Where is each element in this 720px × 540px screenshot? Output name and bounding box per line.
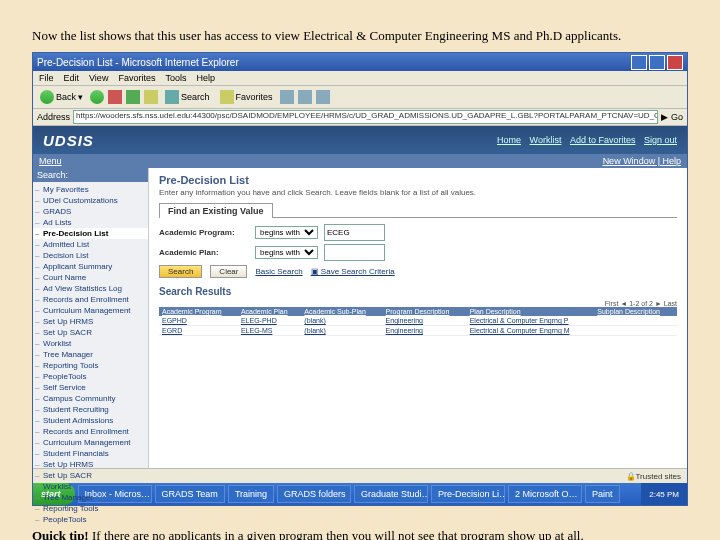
sidebar-item[interactable]: Records and Enrollment [33, 426, 148, 437]
sidebar-item[interactable]: Campus Community [33, 393, 148, 404]
col-header[interactable]: Program Description [383, 307, 467, 316]
sidebar-item[interactable]: Reporting Tools [33, 360, 148, 371]
sidebar-item[interactable]: Self Service [33, 382, 148, 393]
history-icon[interactable] [280, 90, 294, 104]
col-header[interactable]: Plan Description [467, 307, 595, 316]
menu-label: Menu [39, 156, 62, 166]
link-worklist[interactable]: Worklist [530, 135, 562, 145]
results-pager[interactable]: First ◄ 1-2 of 2 ► Last [159, 300, 677, 307]
link-add-favorites[interactable]: Add to Favorites [570, 135, 636, 145]
refresh-icon[interactable] [126, 90, 140, 104]
titlebar: Pre-Decision List - Microsoft Internet E… [33, 53, 687, 71]
go-button[interactable]: ▶ Go [661, 112, 683, 122]
sidebar-item[interactable]: Court Name [33, 272, 148, 283]
link-home[interactable]: Home [497, 135, 521, 145]
sidebar-item[interactable]: PeopleTools [33, 514, 148, 525]
page-title: Pre-Decision List [159, 174, 677, 186]
input-acad-plan[interactable] [324, 244, 385, 261]
link-signout[interactable]: Sign out [644, 135, 677, 145]
link-help[interactable]: Help [662, 156, 681, 166]
address-bar: Address https://wooders.sfs.nss.udel.edu… [33, 109, 687, 126]
sidebar-item[interactable]: PeopleTools [33, 371, 148, 382]
col-header[interactable]: Academic Plan [238, 307, 301, 316]
col-header[interactable]: Subplan Description [594, 307, 677, 316]
link-newwindow[interactable]: New Window [603, 156, 656, 166]
sidebar-item[interactable]: Admitted List [33, 239, 148, 250]
op-acad-program[interactable]: begins with [255, 226, 318, 239]
sidebar-item[interactable]: Ad View Statistics Log [33, 283, 148, 294]
minimize-button[interactable] [631, 55, 647, 70]
table-row[interactable]: EGRDELEG-MS(blank)EngineeringElectrical … [159, 326, 677, 336]
menu-view[interactable]: View [89, 73, 108, 83]
topbar: Menu New Window | Help [33, 154, 687, 168]
taskbar-item[interactable]: 2 Microsoft O… [508, 485, 582, 503]
taskbar-item[interactable]: Pre-Decision Li… [431, 485, 505, 503]
menu-file[interactable]: File [39, 73, 54, 83]
browser-window: Pre-Decision List - Microsoft Internet E… [32, 52, 688, 506]
sidebar-item[interactable]: Curriculum Management [33, 437, 148, 448]
link-basic-search[interactable]: Basic Search [255, 267, 302, 276]
sidebar-item[interactable]: Student Financials [33, 448, 148, 459]
sidebar-item[interactable]: Worklist [33, 338, 148, 349]
sidebar-item[interactable]: Set Up HRMS [33, 316, 148, 327]
taskbar-item[interactable]: Training [228, 485, 274, 503]
sidebar-item[interactable]: UDel Customizations [33, 195, 148, 206]
sidebar-item[interactable]: Worklist [33, 481, 148, 492]
address-label: Address [37, 112, 70, 122]
caption-top: Now the list shows that this user has ac… [32, 28, 688, 44]
sidebar-item[interactable]: Tree Manager [33, 492, 148, 503]
stop-icon[interactable] [108, 90, 122, 104]
taskbar-item[interactable]: Graduate Studi… [354, 485, 428, 503]
sidebar-item[interactable]: Reporting Tools [33, 503, 148, 514]
sidebar-item[interactable]: Curriculum Management [33, 305, 148, 316]
sidebar-item[interactable]: Student Admissions [33, 415, 148, 426]
col-header[interactable]: Academic Program [159, 307, 238, 316]
sidebar-item[interactable]: Set Up HRMS [33, 459, 148, 470]
link-save-criteria[interactable]: ▣ Save Search Criteria [311, 267, 395, 276]
tab-find[interactable]: Find an Existing Value [159, 203, 273, 218]
home-icon[interactable] [144, 90, 158, 104]
sidebar-item[interactable]: Pre-Decision List [33, 228, 148, 239]
menu-help[interactable]: Help [196, 73, 215, 83]
favorites-button[interactable]: Favorites [217, 89, 276, 105]
col-header[interactable]: Academic Sub-Plan [301, 307, 382, 316]
address-input[interactable]: https://wooders.sfs.nss.udel.edu:44300/p… [73, 110, 658, 124]
sidebar-item[interactable]: Tree Manager [33, 349, 148, 360]
close-button[interactable] [667, 55, 683, 70]
forward-button[interactable] [90, 90, 104, 104]
content: Pre-Decision List Enter any information … [149, 168, 687, 468]
taskbar-item[interactable]: GRADS folders [277, 485, 351, 503]
menu-favorites[interactable]: Favorites [118, 73, 155, 83]
table-row[interactable]: EGPHDELEG-PHD(blank)EngineeringElectrica… [159, 316, 677, 326]
taskbar-item[interactable]: GRADS Team [155, 485, 225, 503]
menu-tools[interactable]: Tools [165, 73, 186, 83]
sidebar-item[interactable]: Set Up SACR [33, 470, 148, 481]
sidebar-item[interactable]: GRADS [33, 206, 148, 217]
sidebar-item[interactable]: Set Up SACR [33, 327, 148, 338]
star-icon [220, 90, 234, 104]
sidebar-item[interactable]: Decision List [33, 250, 148, 261]
sidebar-item[interactable]: Records and Enrollment [33, 294, 148, 305]
input-acad-program[interactable] [324, 224, 385, 241]
mail-icon[interactable] [298, 90, 312, 104]
sidebar-item[interactable]: Ad Lists [33, 217, 148, 228]
op-acad-plan[interactable]: begins with [255, 246, 318, 259]
menu-edit[interactable]: Edit [64, 73, 80, 83]
back-button[interactable]: Back ▾ [37, 89, 86, 105]
sidebar-item[interactable]: Applicant Summary [33, 261, 148, 272]
search-button[interactable]: Search [162, 89, 213, 105]
taskbar-item[interactable]: Paint [585, 485, 620, 503]
print-icon[interactable] [316, 90, 330, 104]
menubar: File Edit View Favorites Tools Help [33, 71, 687, 86]
window-title: Pre-Decision List - Microsoft Internet E… [37, 57, 629, 68]
sidebar-item[interactable]: Student Recruiting [33, 404, 148, 415]
header-links: Home Worklist Add to Favorites Sign out [491, 135, 677, 145]
maximize-button[interactable] [649, 55, 665, 70]
search-button[interactable]: Search [159, 265, 202, 278]
sidebar-item[interactable]: My Favorites [33, 184, 148, 195]
system-tray[interactable]: 2:45 PM [641, 483, 687, 505]
back-icon [40, 90, 54, 104]
label-acad-program: Academic Program: [159, 228, 249, 237]
clear-button[interactable]: Clear [210, 265, 247, 278]
caption-bottom: Quick tip! If there are no applicants in… [32, 528, 688, 540]
